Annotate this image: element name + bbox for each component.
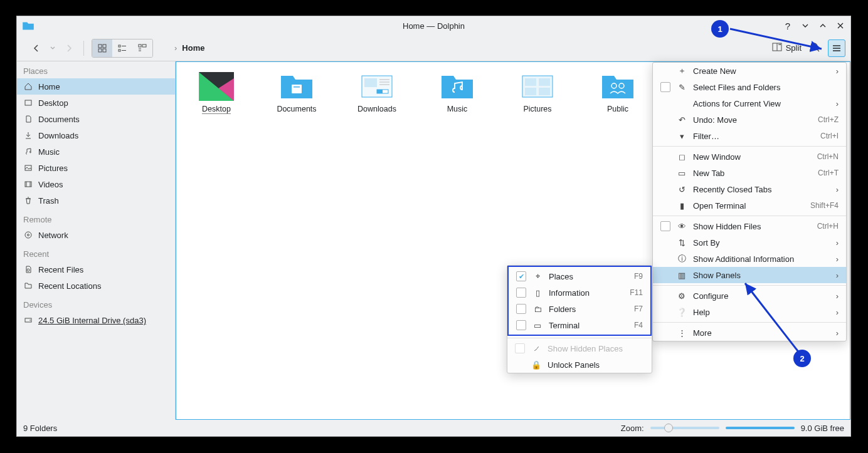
sidebar-item-home[interactable]: Home — [17, 78, 175, 95]
free-space: 9.0 GiB free — [801, 424, 844, 433]
checkbox-disabled-icon — [515, 343, 525, 353]
menu-create-new[interactable]: ＋Create New› — [653, 63, 846, 79]
folder-count: 9 Folders — [23, 424, 57, 433]
eye-icon: 👁 — [677, 222, 687, 231]
checkbox-icon — [516, 320, 526, 330]
submenu-unlock-panels[interactable]: 🔒Unlock Panels — [507, 357, 652, 373]
menu-recent-tabs[interactable]: ↺Recently Closed Tabs› — [653, 181, 846, 197]
menu-actions-view[interactable]: Actions for Current View› — [653, 95, 846, 112]
sidebar-item-videos[interactable]: Videos — [17, 176, 175, 192]
menu-show-hidden[interactable]: 👁Show Hidden FilesCtrl+H — [653, 218, 846, 234]
svg-point-26 — [25, 232, 31, 238]
window-title: Home — Dolphin — [403, 21, 465, 31]
menu-undo[interactable]: ↶Undo: MoveCtrl+Z — [653, 112, 846, 128]
places-header: Places — [17, 64, 175, 78]
places-panel: Places Home Desktop Documents Downloads … — [17, 61, 176, 420]
back-button[interactable] — [29, 39, 43, 57]
terminal-icon: ▮ — [677, 201, 687, 211]
configure-icon: ⚙ — [677, 291, 687, 301]
submenu-information[interactable]: ▯InformationF11 — [509, 284, 650, 301]
svg-rect-44 — [525, 78, 536, 86]
checkbox-icon — [660, 82, 670, 92]
tab-icon: ▭ — [677, 169, 687, 178]
sidebar-item-music[interactable]: Music — [17, 143, 175, 160]
file-documents[interactable]: Documents — [272, 72, 322, 114]
desktop-icon — [23, 98, 33, 108]
icons-view-button[interactable] — [92, 39, 112, 57]
sidebar-item-desktop[interactable]: Desktop — [17, 95, 175, 111]
menu-sort-by[interactable]: ⇅Sort By› — [653, 234, 846, 251]
hamburger-menu-button[interactable] — [828, 39, 845, 57]
downloads-icon — [23, 130, 33, 140]
svg-rect-46 — [525, 88, 536, 95]
info-icon: ⓘ — [677, 253, 687, 264]
recent-locations-icon — [23, 281, 33, 291]
terminal-small-icon: ▭ — [532, 321, 542, 330]
sort-icon: ⇅ — [677, 238, 687, 247]
callout-2-arrow — [740, 279, 809, 361]
breadcrumb[interactable]: › Home — [174, 43, 204, 53]
free-space-bar — [726, 427, 795, 429]
filter-icon: ▾ — [677, 132, 687, 141]
chevron-right-icon: › — [174, 43, 177, 53]
sidebar-item-recent-locations[interactable]: Recent Locations — [17, 278, 175, 294]
menu-select-files[interactable]: ✎Select Files and Folders — [653, 79, 846, 95]
checkbox-icon — [516, 304, 526, 314]
callout-1: 1 — [711, 20, 729, 38]
compact-view-button[interactable] — [112, 39, 132, 57]
zoom-label: Zoom: — [621, 424, 644, 433]
history-icon: ↺ — [677, 185, 687, 194]
videos-icon — [23, 179, 33, 189]
sidebar-item-recent-files[interactable]: Recent Files — [17, 261, 175, 278]
downloads-thumbnail — [359, 72, 394, 101]
trash-icon — [23, 195, 33, 206]
details-view-button[interactable] — [132, 39, 152, 57]
checkbox-checked-icon: ✔ — [516, 271, 526, 281]
music-icon — [23, 147, 33, 157]
file-public[interactable]: Public — [593, 72, 643, 114]
callout-2: 2 — [793, 350, 811, 367]
menu-new-window[interactable]: ◻New WindowCtrl+N — [653, 148, 846, 165]
checkbox-icon — [660, 221, 670, 231]
pictures-thumbnail — [520, 72, 555, 101]
app-icon — [22, 21, 34, 31]
submenu-places[interactable]: ✔⌖PlacesF9 — [509, 268, 650, 284]
file-music[interactable]: Music — [432, 72, 482, 114]
folder-small-icon: 🗀 — [532, 305, 542, 314]
sidebar-icon: ▯ — [532, 288, 542, 298]
menu-filter[interactable]: ▾Filter…Ctrl+I — [653, 128, 846, 144]
devices-header: Devices — [17, 298, 175, 312]
menu-new-tab[interactable]: ▭New TabCtrl+T — [653, 165, 846, 181]
sidebar-item-network[interactable]: Network — [17, 227, 175, 243]
sidebar-item-trash[interactable]: Trash — [17, 192, 175, 209]
menu-show-info[interactable]: ⓘShow Additional Information› — [653, 251, 846, 267]
submenu-terminal[interactable]: ▭TerminalF4 — [509, 317, 650, 333]
panels-icon: ▥ — [677, 271, 687, 280]
file-pictures[interactable]: Pictures — [512, 72, 563, 114]
breadcrumb-home[interactable]: Home — [182, 43, 204, 53]
close-icon[interactable] — [835, 21, 845, 31]
svg-rect-37 — [364, 78, 377, 87]
file-desktop[interactable]: Desktop — [191, 72, 241, 114]
forward-button[interactable] — [62, 39, 76, 57]
more-icon: ⋮ — [677, 328, 687, 338]
svg-rect-4 — [119, 45, 120, 47]
menu-open-terminal[interactable]: ▮Open TerminalShift+F4 — [653, 197, 846, 214]
sidebar-item-downloads[interactable]: Downloads — [17, 127, 175, 143]
sidebar-item-documents[interactable]: Documents — [17, 111, 175, 127]
drive-icon — [23, 315, 33, 325]
window-icon: ◻ — [677, 152, 687, 162]
toolbar: › Home Split — [17, 35, 850, 61]
lock-icon: 🔒 — [531, 360, 541, 370]
undo-icon: ↶ — [677, 115, 687, 125]
submenu-folders[interactable]: 🗀FoldersF7 — [509, 301, 650, 317]
help-menu-icon: ❔ — [677, 308, 687, 317]
back-dropdown-icon[interactable] — [46, 39, 60, 57]
sidebar-item-drive[interactable]: 24.5 GiB Internal Drive (sda3) — [17, 312, 175, 328]
svg-line-53 — [730, 29, 822, 49]
sidebar-item-pictures[interactable]: Pictures — [17, 160, 175, 176]
svg-point-27 — [28, 234, 29, 236]
file-downloads[interactable]: Downloads — [352, 72, 402, 114]
view-mode-toggle — [92, 39, 153, 58]
zoom-slider[interactable] — [650, 427, 719, 429]
